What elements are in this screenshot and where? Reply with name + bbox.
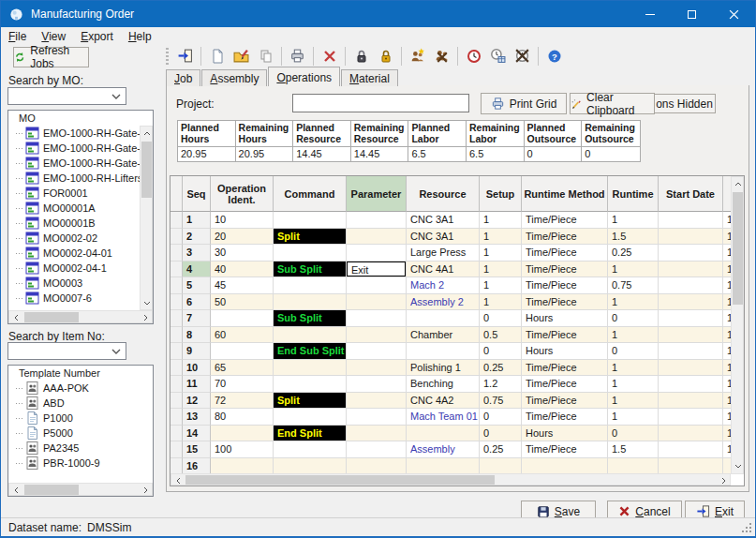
tab[interactable]: Assembly [201,69,267,86]
parameter-editor[interactable] [347,409,406,425]
project-input[interactable] [292,94,469,112]
maximize-button[interactable] [671,1,713,27]
cell-runtime-method[interactable]: Time/Piece [522,229,608,246]
table-row[interactable]: 2 20 Split CNC 3A1 1 Time/Piece 1.5 1 [170,229,744,246]
mo-tree-item[interactable]: MO0002-04-01 [8,246,141,261]
mo-tree-item[interactable]: EMO-1000-RH-Gate-Assy [8,126,141,141]
row-indicator[interactable] [170,441,183,458]
row-indicator[interactable] [170,458,183,475]
cell-operation-ident[interactable]: 40 [211,262,274,278]
cell-resource[interactable] [407,426,480,442]
template-tree-item[interactable]: AAA-POK [8,381,153,396]
edit-folder-icon[interactable] [230,45,253,67]
scroll-thumb[interactable] [24,312,79,322]
cell-parameter[interactable] [347,409,407,426]
cell-setup[interactable]: 1 [480,294,522,311]
mo-tree-hscrollbar[interactable] [8,310,153,323]
cell-parameter[interactable] [347,327,407,344]
cell-runtime-method[interactable]: Hours [522,343,608,360]
cell-parameter[interactable] [347,441,407,458]
cell-runtime-method[interactable]: Time/Piece [522,245,608,262]
cell-seq[interactable]: 9 [183,343,211,360]
cell-command[interactable]: Sub Split [274,262,347,278]
cell-runtime[interactable]: 0.25 [608,245,659,262]
header-setup[interactable]: Setup [480,176,522,212]
cell-operation-ident[interactable]: 10 [211,212,274,229]
cell-seq[interactable]: 11 [183,376,211,393]
cell-resource[interactable] [407,458,480,475]
print-grid-button[interactable]: Print Grid [481,93,567,114]
row-indicator[interactable] [170,376,183,393]
row-indicator[interactable] [170,294,183,311]
users-delete-icon[interactable] [430,45,453,67]
cell-resource[interactable]: Chamber [407,327,480,344]
cell-resource[interactable]: CNC 3A1 [407,229,480,246]
copy-pages-icon[interactable] [254,45,277,67]
template-tree-item[interactable]: P1000 [8,411,153,426]
tab[interactable]: Job [166,69,200,86]
cell-operation-ident[interactable]: 65 [211,360,274,377]
cell-operation-ident[interactable]: 60 [211,327,274,344]
table-row[interactable]: 3 30 Large Press 1 Time/Piece 0.25 1 [170,245,744,262]
cell-seq[interactable]: 5 [183,277,211,294]
mo-tree-item[interactable]: EMO-1000-RH-Gate-Front [8,156,141,171]
parameter-editor[interactable] [347,327,406,343]
cell-setup[interactable]: 1 [480,212,522,229]
cell-operation-ident[interactable]: 20 [211,229,274,246]
cell-runtime-method[interactable]: Hours [522,310,608,327]
cell-command[interactable]: Split [274,393,347,410]
cell-resource[interactable]: Mach 2 [407,277,480,294]
cell-runtime[interactable]: 1 [608,262,659,278]
cell-runtime-method[interactable]: Time/Piece [522,376,608,393]
cell-command[interactable] [274,277,347,294]
cell-operation-ident[interactable]: 100 [211,441,274,458]
cell-parameter[interactable] [347,310,407,327]
close-button[interactable] [713,1,755,27]
cell-start-date[interactable] [659,310,723,327]
cell-start-date[interactable] [659,409,723,426]
parameter-editor[interactable] [347,245,406,261]
table-row[interactable]: 16 [170,458,744,475]
table-row[interactable]: 9 End Sub Split 0 Hours 0 1 [170,343,744,360]
row-indicator[interactable] [170,277,183,294]
parameter-editor[interactable] [347,458,406,474]
cell-operation-ident[interactable]: 50 [211,294,274,311]
cell-resource[interactable]: Assembly 2 [407,294,480,311]
cell-seq[interactable]: 10 [183,360,211,377]
parameter-editor[interactable] [347,294,406,310]
cell-runtime-method[interactable]: Time/Piece [522,441,608,458]
cell-setup[interactable]: 0.5 [480,327,522,344]
mo-tree-item[interactable]: MO00001A [8,201,141,216]
table-row[interactable]: 1 10 CNC 3A1 1 Time/Piece 1 1 [170,212,744,229]
cell-setup[interactable]: 1 [480,245,522,262]
cell-parameter[interactable]: Exit [347,262,407,278]
cell-resource[interactable] [407,343,480,360]
table-row[interactable]: 11 70 Benching 1.2 Time/Piece 1 1 [170,376,744,393]
parameter-editor[interactable] [347,310,406,326]
cell-setup[interactable] [480,458,522,475]
cell-command[interactable] [274,376,347,393]
cell-resource[interactable]: Large Press [407,245,480,262]
cell-operation-ident[interactable] [211,426,274,442]
table-row[interactable]: 15 100 Assembly 0.25 Time/Piece 1.5 1 [170,441,744,458]
table-row[interactable]: 14 End Split 0 Hours 0 1 [170,426,744,442]
scroll-thumb[interactable] [733,192,743,305]
toolbar-grip[interactable] [166,48,169,65]
header-runtime[interactable]: Runtime [608,176,659,212]
cell-parameter[interactable] [347,212,407,229]
cell-seq[interactable]: 16 [183,458,211,475]
cell-start-date[interactable] [659,229,723,246]
mo-tree-item[interactable]: MO0002-02 [8,231,141,246]
cell-runtime[interactable]: 0 [608,426,659,442]
row-indicator[interactable] [170,262,183,278]
cell-seq[interactable]: 13 [183,409,211,426]
parameter-editor[interactable] [347,277,406,293]
cell-resource[interactable]: CNC 4A1 [407,262,480,278]
cell-seq[interactable]: 6 [183,294,211,311]
mo-tree-root[interactable]: MO [8,111,153,126]
cell-parameter[interactable] [347,393,407,410]
cell-setup[interactable]: 1 [480,229,522,246]
cell-command[interactable] [274,327,347,344]
cell-parameter[interactable] [347,245,407,262]
print-icon[interactable] [286,45,309,67]
